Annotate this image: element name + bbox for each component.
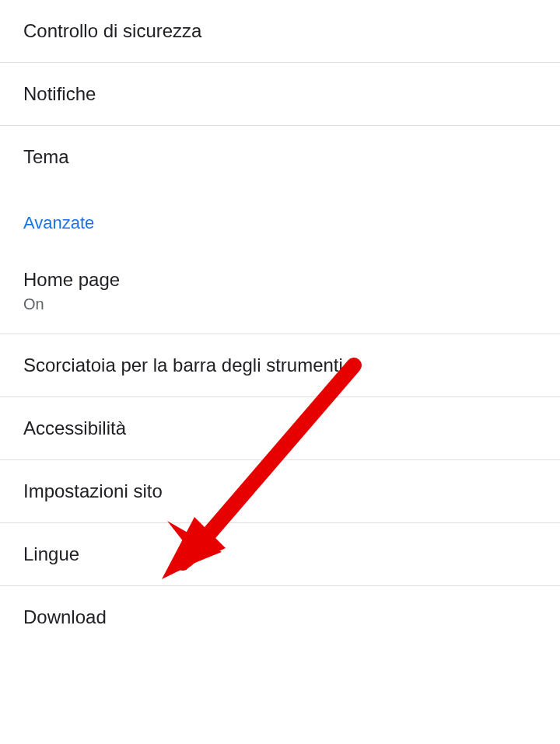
item-subtitle: On: [23, 295, 537, 313]
item-title: Home page: [23, 269, 537, 291]
settings-item-accessibility[interactable]: Accessibilità: [0, 397, 560, 460]
settings-item-home-page[interactable]: Home page On: [0, 249, 560, 334]
item-title: Download: [23, 606, 537, 628]
settings-item-site-settings[interactable]: Impostazioni sito: [0, 460, 560, 523]
item-title: Tema: [23, 146, 537, 168]
section-header-advanced: Avanzate: [0, 188, 560, 249]
settings-list: Controllo di sicurezza Notifiche Tema Av…: [0, 0, 560, 648]
settings-item-toolbar-shortcut[interactable]: Scorciatoia per la barra degli strumenti: [0, 334, 560, 397]
item-title: Controllo di sicurezza: [23, 20, 537, 42]
item-title: Scorciatoia per la barra degli strumenti: [23, 355, 537, 376]
item-title: Lingue: [23, 543, 537, 565]
settings-item-safety-check[interactable]: Controllo di sicurezza: [0, 0, 560, 63]
settings-item-notifications[interactable]: Notifiche: [0, 63, 560, 126]
item-title: Accessibilità: [23, 417, 537, 439]
settings-item-theme[interactable]: Tema: [0, 126, 560, 188]
item-title: Impostazioni sito: [23, 480, 537, 502]
settings-item-download[interactable]: Download: [0, 586, 560, 648]
settings-item-languages[interactable]: Lingue: [0, 523, 560, 586]
item-title: Notifiche: [23, 83, 537, 105]
